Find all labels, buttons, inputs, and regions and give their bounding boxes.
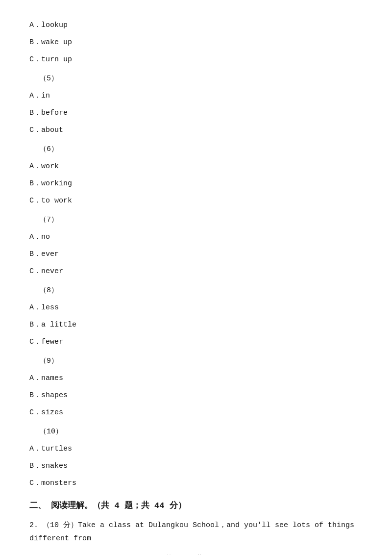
option-c-monsters: C．monsters — [29, 477, 363, 490]
option-b-wakeup: B．wake up — [29, 36, 363, 49]
option-c-turnup: C．turn up — [29, 53, 363, 66]
question-7-group: （7） A．no B．ever C．never — [29, 213, 363, 278]
question-10-group: （10） A．turtles B．snakes C．monsters — [29, 425, 363, 490]
option-a-no: A．no — [29, 230, 363, 244]
option-a-turtles: A．turtles — [29, 442, 363, 455]
option-a-work: A．work — [29, 160, 363, 173]
option-c-sizes: C．sizes — [29, 406, 363, 419]
reading-question-2: 2. （10 分）Take a class at Dulangkou Schoo… — [29, 519, 363, 545]
question-number-5: （5） — [39, 72, 363, 85]
option-b-ever: B．ever — [29, 248, 363, 261]
section-title: 阅读理解。（共 4 题；共 44 分） — [51, 501, 186, 510]
option-c-fewer: C．fewer — [29, 335, 363, 349]
question-5-group: （5） A．in B．before C．about — [29, 72, 363, 137]
option-c-never: C．never — [29, 265, 363, 278]
option-a-in: A．in — [29, 89, 363, 102]
option-c-towork: C．to work — [29, 194, 363, 207]
options-group-no-number: A．lookup B．wake up C．turn up — [29, 19, 363, 66]
option-b-shapes: B．shapes — [29, 389, 363, 402]
option-c-about: C．about — [29, 124, 363, 137]
option-b-before: B．before — [29, 106, 363, 120]
section-header: 二、 阅读理解。（共 4 题；共 44 分） — [29, 499, 363, 514]
question-9-group: （9） A．names B．shapes C．sizes — [29, 354, 363, 419]
option-b-alittle: B．a little — [29, 318, 363, 331]
question-6-group: （6） A．work B．working C．to work — [29, 143, 363, 207]
reading-number: 2. — [29, 521, 38, 530]
reading-text: （10 分）Take a class at Dulangkou School，a… — [29, 521, 354, 543]
section-label: 二、 — [29, 501, 46, 510]
question-number-10: （10） — [39, 425, 363, 438]
question-number-7: （7） — [39, 213, 363, 227]
option-b-working: B．working — [29, 177, 363, 190]
question-8-group: （8） A．less B．a little C．fewer — [29, 284, 363, 349]
question-number-9: （9） — [39, 354, 363, 368]
option-a-less: A．less — [29, 301, 363, 314]
option-a-lookup: A．lookup — [29, 19, 363, 32]
option-a-names: A．names — [29, 372, 363, 385]
option-b-snakes: B．snakes — [29, 459, 363, 473]
question-number-8: （8） — [39, 284, 363, 297]
question-number-6: （6） — [39, 143, 363, 156]
